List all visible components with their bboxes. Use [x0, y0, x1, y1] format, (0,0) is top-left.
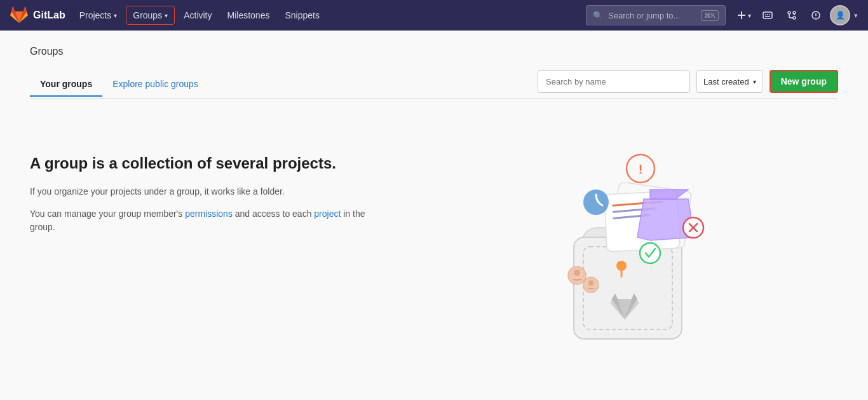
- svg-point-18: [588, 280, 593, 286]
- content-area: A group is a collection of several proje…: [30, 99, 838, 371]
- svg-point-26: [616, 261, 627, 271]
- plus-icon[interactable]: ▾: [733, 5, 754, 25]
- group-search-input[interactable]: [538, 70, 690, 93]
- sub-text-1: If you organize your projects under a gr…: [30, 185, 386, 198]
- page-container: Groups Your groups Explore public groups…: [15, 31, 853, 371]
- svg-point-3: [793, 11, 796, 14]
- issues-icon[interactable]: [806, 5, 826, 25]
- nav-snippets[interactable]: Snippets: [278, 6, 325, 24]
- sub-text-2: You can manage your group member's permi…: [30, 207, 386, 234]
- navbar: GitLab Projects ▾ Groups ▾ Activity Mile…: [0, 0, 868, 31]
- user-chevron-icon[interactable]: ▾: [854, 11, 858, 20]
- chevron-down-icon: ▾: [114, 12, 117, 19]
- groups-illustration: !: [523, 129, 726, 371]
- brand-logo[interactable]: GitLab: [10, 6, 65, 24]
- keyboard-shortcut-icon[interactable]: [757, 5, 778, 25]
- chevron-down-icon: ▾: [165, 12, 168, 19]
- project-link[interactable]: project: [314, 209, 341, 219]
- svg-rect-0: [763, 12, 772, 18]
- nav-actions: ▾ 👤 ▾: [733, 5, 858, 25]
- group-search-wrap: [538, 70, 690, 93]
- global-search-wrap: 🔍 ⌘K: [586, 5, 726, 25]
- svg-point-16: [574, 270, 580, 276]
- new-group-button[interactable]: New group: [770, 70, 838, 93]
- nav-milestones[interactable]: Milestones: [221, 6, 276, 24]
- svg-point-2: [793, 17, 796, 19]
- permissions-link[interactable]: permissions: [185, 209, 233, 219]
- global-search-input[interactable]: [608, 11, 696, 20]
- tabs-actions: Last created ▾ New group: [538, 70, 838, 98]
- sort-label: Last created: [703, 77, 749, 86]
- svg-text:!: !: [639, 162, 643, 176]
- chevron-down-icon: ▾: [753, 78, 756, 85]
- empty-state-heading: A group is a collection of several proje…: [30, 155, 386, 172]
- empty-state-text: A group is a collection of several proje…: [30, 129, 386, 371]
- nav-activity[interactable]: Activity: [177, 6, 218, 24]
- svg-point-22: [640, 243, 660, 263]
- nav-projects[interactable]: Projects ▾: [73, 6, 124, 24]
- search-shortcut: ⌘K: [701, 10, 719, 21]
- tab-your-groups[interactable]: Your groups: [30, 72, 102, 97]
- avatar-icon: 👤: [836, 11, 845, 20]
- sort-dropdown[interactable]: Last created ▾: [696, 70, 763, 93]
- user-avatar[interactable]: 👤: [830, 5, 850, 25]
- svg-point-21: [583, 190, 609, 215]
- tabs-bar: Your groups Explore public groups Last c…: [30, 70, 838, 99]
- brand-name: GitLab: [33, 10, 65, 21]
- tab-explore-public-groups[interactable]: Explore public groups: [102, 72, 208, 97]
- svg-point-1: [788, 11, 790, 14]
- search-icon: 🔍: [593, 11, 603, 20]
- illustration: !: [411, 129, 838, 371]
- page-heading: Groups: [30, 46, 838, 57]
- nav-groups[interactable]: Groups ▾: [126, 6, 175, 25]
- merge-request-icon[interactable]: [782, 5, 802, 25]
